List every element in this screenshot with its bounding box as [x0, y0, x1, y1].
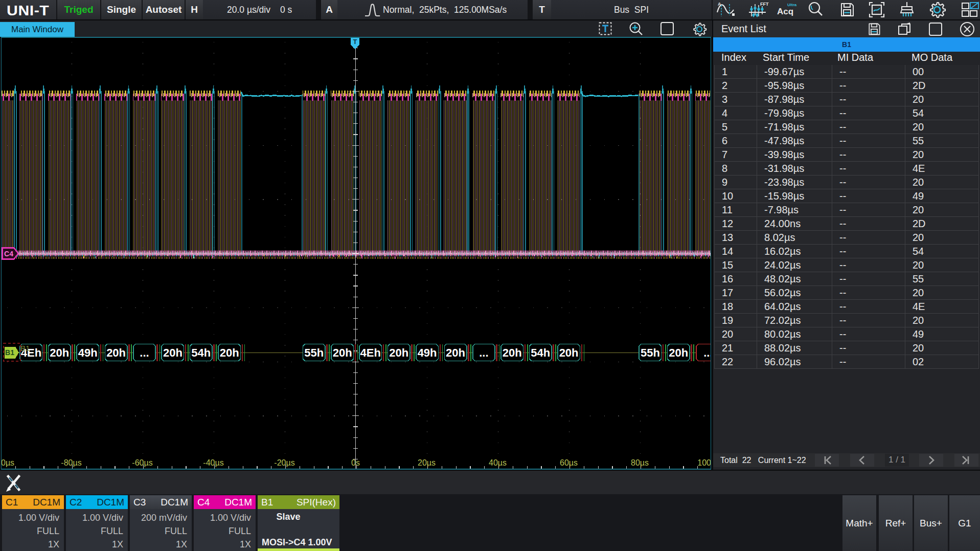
- svg-text:B1: B1: [5, 348, 14, 357]
- svg-text:55h: 55h: [641, 346, 660, 359]
- svg-text:100: 100: [697, 458, 711, 467]
- svg-text:FFT: FFT: [760, 2, 769, 7]
- svg-text:...: ...: [703, 346, 711, 359]
- svg-text:20h: 20h: [220, 346, 239, 359]
- svg-text:55h: 55h: [304, 346, 324, 359]
- svg-text:49h: 49h: [418, 346, 437, 359]
- svg-text:20h: 20h: [106, 346, 126, 359]
- svg-text:...: ...: [479, 346, 488, 359]
- svg-text:C4: C4: [4, 250, 13, 258]
- svg-text:A: A: [718, 2, 721, 7]
- svg-text:0s: 0s: [351, 458, 360, 467]
- svg-text:20h: 20h: [333, 346, 352, 359]
- svg-text:20h: 20h: [669, 346, 688, 359]
- svg-text:T: T: [353, 38, 357, 46]
- svg-text:20h: 20h: [446, 346, 465, 359]
- svg-text:40µs: 40µs: [489, 458, 507, 467]
- svg-text:...: ...: [140, 346, 149, 359]
- svg-text:20µs: 20µs: [418, 458, 436, 467]
- svg-text:49h: 49h: [78, 346, 98, 359]
- svg-text:Acq: Acq: [777, 7, 793, 16]
- svg-text:20h: 20h: [50, 346, 69, 359]
- svg-text:B1: B1: [20, 344, 30, 352]
- svg-text:-40µs: -40µs: [203, 458, 223, 467]
- svg-text:Ultra: Ultra: [787, 3, 797, 7]
- svg-text:20h: 20h: [389, 346, 408, 359]
- svg-text:4Eh: 4Eh: [360, 346, 381, 359]
- svg-text:-20µs: -20µs: [274, 458, 294, 467]
- svg-text:54h: 54h: [191, 346, 211, 359]
- svg-text:20h: 20h: [559, 346, 579, 359]
- svg-text:60µs: 60µs: [560, 458, 578, 467]
- svg-text:54h: 54h: [531, 346, 550, 359]
- svg-text:-80µs: -80µs: [61, 458, 81, 467]
- svg-text:80µs: 80µs: [631, 458, 649, 467]
- svg-text:0µs: 0µs: [1, 458, 14, 467]
- svg-text:20h: 20h: [503, 346, 522, 359]
- svg-text:20h: 20h: [163, 346, 183, 359]
- svg-text:-60µs: -60µs: [132, 458, 152, 467]
